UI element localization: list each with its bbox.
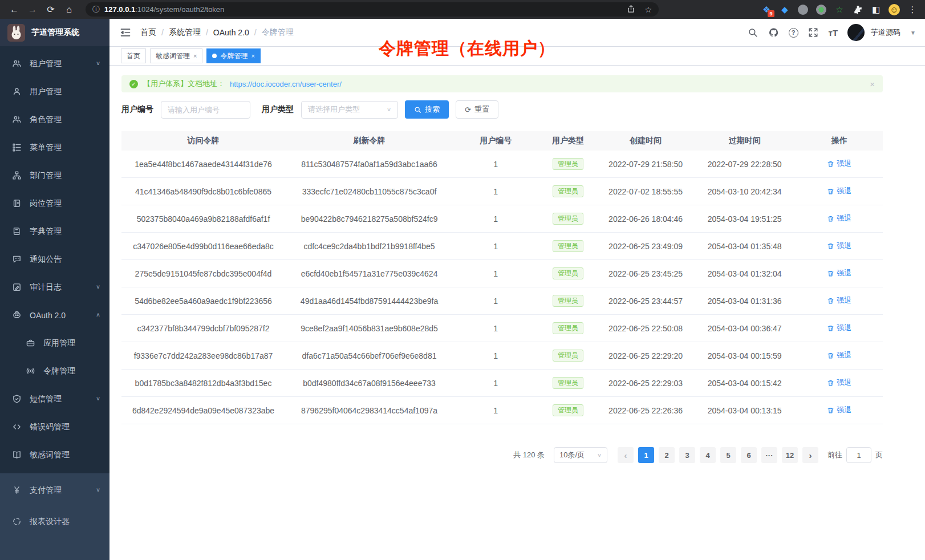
- github-icon[interactable]: [768, 27, 779, 38]
- sidebar-item-label: 字典管理: [30, 226, 62, 237]
- page-tab[interactable]: 令牌管理 ×: [206, 48, 260, 63]
- refresh-token-cell: 9ce8ef2aa9f14056b831ae9b608e28d5: [285, 324, 453, 333]
- access-token-cell: 502375b8040a469a9b82188afdf6af1f: [121, 214, 285, 224]
- force-logout-button[interactable]: 强退: [827, 350, 851, 360]
- sidebar-item[interactable]: 通知公告: [0, 245, 109, 273]
- user-id-label: 用户编号: [121, 104, 153, 115]
- reset-button[interactable]: ⟳ 重置: [456, 100, 498, 119]
- sidebar-item[interactable]: 用户管理: [0, 78, 109, 105]
- sidebar-toggle-icon[interactable]: [120, 27, 131, 38]
- sidebar-item[interactable]: 角色管理: [0, 105, 109, 133]
- sidebar-item[interactable]: OAuth 2.0 ∧: [0, 301, 109, 329]
- breadcrumb-item[interactable]: 令牌管理: [262, 27, 294, 38]
- force-logout-button[interactable]: 强退: [827, 186, 851, 196]
- refresh-token-cell: e6cfd40eb1f54571a31e775e039c4624: [285, 269, 453, 278]
- page-tab[interactable]: 敏感词管理 ×: [150, 48, 202, 63]
- user-id-cell: 1: [453, 242, 538, 251]
- breadcrumb-item[interactable]: OAuth 2.0: [213, 28, 249, 37]
- page-number-button[interactable]: 1: [638, 447, 654, 463]
- extension-gem-icon[interactable]: ◆: [779, 4, 790, 15]
- sidebar-item[interactable]: 支付管理 ∨: [0, 474, 109, 506]
- user-avatar[interactable]: [847, 24, 865, 41]
- sidebar-item[interactable]: 字典管理: [0, 217, 109, 245]
- sidebar-item[interactable]: 敏感词管理: [0, 441, 109, 469]
- force-logout-button[interactable]: 强退: [827, 159, 851, 169]
- profile-avatar[interactable]: ☺: [889, 4, 900, 15]
- search-button[interactable]: 搜索: [405, 100, 449, 119]
- browser-refresh-icon[interactable]: ⟳: [42, 2, 59, 17]
- sidebar-item[interactable]: 部门管理: [0, 161, 109, 189]
- close-tab-icon[interactable]: ×: [251, 52, 254, 59]
- page-number-button[interactable]: 4: [700, 447, 716, 463]
- page-number-button[interactable]: ···: [761, 447, 777, 463]
- force-logout-button[interactable]: 强退: [827, 378, 851, 388]
- user-id-input[interactable]: [161, 101, 250, 119]
- prev-page-button[interactable]: ‹: [618, 447, 634, 463]
- username[interactable]: 芋道源码: [871, 27, 900, 38]
- doc-link[interactable]: https://doc.iocoder.cn/user-center/: [230, 80, 342, 88]
- extension-grid-icon[interactable]: ❖9: [761, 4, 772, 15]
- sidebar-item[interactable]: 令牌管理: [0, 357, 109, 385]
- sidebar-item[interactable]: 岗位管理: [0, 189, 109, 217]
- sidebar-item-label: 岗位管理: [30, 198, 62, 209]
- tenants-icon: [12, 59, 22, 68]
- expire-time-cell: 2054-03-10 20:42:34: [693, 187, 796, 196]
- extension-split-view-icon[interactable]: ◧: [870, 4, 882, 15]
- sidebar-item[interactable]: 短信管理 ∨: [0, 385, 109, 413]
- created-time-cell: 2022-06-26 18:04:46: [598, 214, 693, 224]
- page-number-button[interactable]: 6: [741, 447, 757, 463]
- force-logout-button[interactable]: 强退: [827, 213, 851, 224]
- table-row: c347026e805e4d99b0d116eae66eda8c cdfc4ce…: [121, 233, 883, 260]
- sidebar-item[interactable]: 租户管理 ∨: [0, 50, 109, 78]
- font-size-icon[interactable]: ᴛT: [829, 28, 838, 38]
- share-icon[interactable]: [627, 5, 635, 15]
- next-page-button[interactable]: ›: [802, 447, 818, 463]
- close-tab-icon[interactable]: ×: [193, 52, 197, 59]
- search-icon[interactable]: [748, 27, 758, 38]
- page-number-button[interactable]: 2: [659, 447, 675, 463]
- sidebar-item-label: 通知公告: [30, 254, 62, 265]
- breadcrumb-item[interactable]: 系统管理: [169, 27, 201, 38]
- browser-home-icon[interactable]: ⌂: [60, 2, 78, 17]
- page-number-button[interactable]: 12: [782, 447, 798, 463]
- sidebar-item[interactable]: 菜单管理: [0, 133, 109, 161]
- department-icon: [12, 171, 22, 180]
- user-type-badge: 管理员: [553, 240, 583, 253]
- force-logout-button[interactable]: 强退: [827, 268, 851, 278]
- alert-close-icon[interactable]: ×: [870, 79, 875, 89]
- user-type-select[interactable]: 请选择用户类型 ∨: [301, 101, 398, 119]
- breadcrumb-item[interactable]: 首页: [140, 27, 156, 38]
- help-icon[interactable]: ?: [789, 28, 798, 38]
- sidebar-item[interactable]: 报表设计器: [0, 506, 109, 537]
- browser-back-icon[interactable]: ←: [6, 2, 23, 17]
- browser-menu-icon[interactable]: ⋮: [907, 4, 918, 15]
- user-type-cell: 管理员: [538, 240, 598, 253]
- site-info-icon[interactable]: ⓘ: [92, 5, 100, 15]
- page-tab[interactable]: 首页: [121, 48, 146, 63]
- extension-green-dot-icon[interactable]: [816, 4, 827, 15]
- address-bar[interactable]: ⓘ 127.0.0.1:1024/system/oauth2/token ☆: [86, 2, 659, 17]
- payment-icon: [12, 485, 22, 495]
- force-logout-button[interactable]: 强退: [827, 405, 851, 415]
- bookmark-star-icon[interactable]: ☆: [644, 5, 652, 14]
- user-icon: [12, 87, 22, 96]
- page-size-select[interactable]: 10条/页 ∨: [554, 447, 607, 463]
- sidebar-item[interactable]: 应用管理: [0, 329, 109, 357]
- user-type-badge: 管理员: [553, 267, 583, 280]
- sidebar-item[interactable]: 审计日志 ∨: [0, 273, 109, 301]
- fullscreen-icon[interactable]: [808, 27, 819, 38]
- force-logout-button[interactable]: 强退: [827, 323, 851, 333]
- sidebar-item[interactable]: 错误码管理: [0, 413, 109, 441]
- force-logout-button[interactable]: 强退: [827, 241, 851, 251]
- user-menu-caret-icon[interactable]: ▼: [910, 30, 916, 36]
- extension-star-icon[interactable]: ☆: [834, 4, 845, 15]
- page-number-button[interactable]: 3: [679, 447, 695, 463]
- extension-puzzle-icon[interactable]: [852, 4, 863, 15]
- access-token-cell: 6d842e2924594de9a09e45e087323abe: [121, 406, 285, 415]
- delete-icon: [827, 407, 834, 414]
- extension-circle-icon[interactable]: [797, 4, 809, 15]
- force-logout-button[interactable]: 强退: [827, 295, 851, 306]
- goto-page-input[interactable]: [846, 447, 871, 463]
- page-number-button[interactable]: 5: [720, 447, 736, 463]
- browser-forward-icon[interactable]: →: [24, 2, 41, 17]
